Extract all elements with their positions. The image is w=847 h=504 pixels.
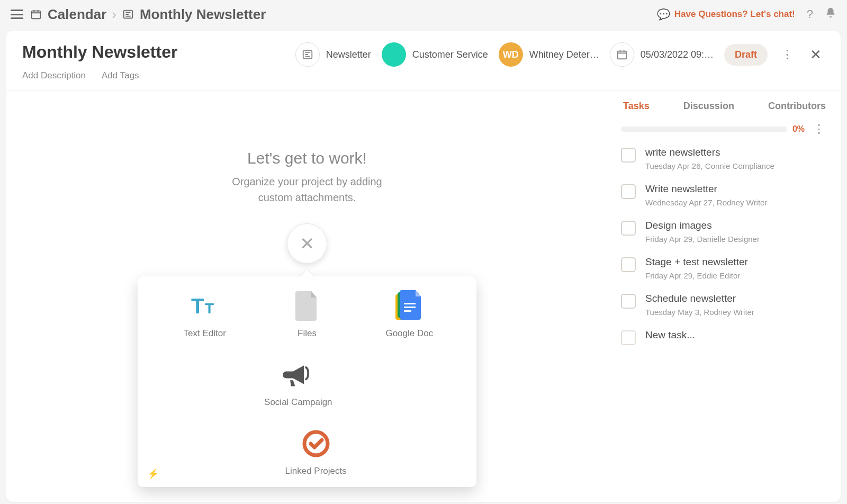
megaphone-icon	[283, 360, 313, 390]
date-chip-icon	[610, 42, 634, 67]
svg-text:T: T	[191, 294, 204, 318]
task-checkbox[interactable]	[621, 330, 636, 345]
project-card: Monthly Newsletter Add Description Add T…	[6, 31, 841, 502]
linked-projects-icon	[301, 429, 331, 458]
task-meta: Tuesday May 3, Rodney Writer	[645, 308, 754, 317]
task-title: write newsletters	[645, 147, 774, 158]
attach-label: Files	[298, 328, 317, 339]
files-icon	[292, 291, 322, 321]
task-meta: Wednesday Apr 27, Rodney Writer	[645, 198, 767, 207]
task-item[interactable]: Write newsletter Wednesday Apr 27, Rodne…	[621, 183, 828, 207]
more-menu-icon[interactable]: ⋮	[778, 48, 796, 61]
lightning-icon[interactable]: ⚡	[147, 468, 159, 480]
newsletter-icon	[122, 8, 134, 21]
card-header: Monthly Newsletter Add Description Add T…	[6, 31, 841, 91]
chat-link-label: Have Questions? Let's chat!	[674, 9, 795, 20]
tab-discussion[interactable]: Discussion	[683, 101, 734, 112]
task-checkbox[interactable]	[621, 257, 636, 272]
task-checkbox[interactable]	[621, 148, 636, 163]
breadcrumb-current[interactable]: Monthly Newsletter	[140, 6, 266, 23]
main-area: Let's get to work! Organize your project…	[6, 91, 608, 502]
attach-label: Linked Projects	[285, 466, 347, 476]
text-editor-icon: TT	[190, 291, 220, 321]
close-icon[interactable]: ✕	[807, 47, 825, 63]
chip-customer-service[interactable]: Customer Service	[382, 42, 488, 67]
attach-label: Social Campaign	[264, 397, 332, 408]
attach-files[interactable]: Files	[265, 291, 349, 339]
svg-rect-8	[404, 303, 416, 304]
status-badge[interactable]: Draft	[724, 44, 768, 66]
attachment-menu: TT Text Editor Files	[138, 276, 476, 487]
breadcrumb: Calendar › Monthly Newsletter	[30, 6, 266, 23]
attach-label: Text Editor	[184, 328, 226, 339]
new-task-placeholder: New task...	[645, 329, 695, 341]
attach-linked-projects[interactable]: Linked Projects	[274, 429, 358, 476]
progress-bar	[621, 127, 787, 132]
sidebar: Tasks Discussion Contributors 0% ⋮ write…	[608, 91, 841, 502]
close-attach-menu-button[interactable]: ✕	[287, 223, 327, 264]
chat-icon: 💬	[657, 8, 670, 21]
task-item[interactable]: Stage + test newsletter Friday Apr 29, E…	[621, 256, 828, 280]
task-title: Schedule newsletter	[645, 293, 754, 304]
task-item[interactable]: Design images Friday Apr 29, Danielle De…	[621, 220, 828, 244]
task-list: write newsletters Tuesday Apr 26, Connie…	[621, 147, 828, 345]
sidebar-tabs: Tasks Discussion Contributors	[621, 101, 828, 118]
task-checkbox[interactable]	[621, 294, 636, 309]
svg-rect-10	[404, 310, 411, 312]
task-meta: Friday Apr 29, Danielle Designer	[645, 235, 760, 244]
attach-label: Google Doc	[385, 328, 433, 339]
calendar-icon	[30, 8, 42, 21]
svg-text:T: T	[205, 300, 214, 317]
page-title: Monthly Newsletter	[22, 42, 177, 62]
attach-social-campaign[interactable]: Social Campaign	[256, 360, 340, 408]
topbar: Calendar › Monthly Newsletter 💬 Have Que…	[0, 0, 847, 29]
task-item[interactable]: Schedule newsletter Tuesday May 3, Rodne…	[621, 293, 828, 317]
hero-title: Let's get to work!	[247, 149, 367, 167]
task-item[interactable]: write newsletters Tuesday Apr 26, Connie…	[621, 147, 828, 170]
chat-link[interactable]: 💬 Have Questions? Let's chat!	[657, 8, 795, 21]
owner-avatar: WD	[499, 42, 523, 67]
breadcrumb-root[interactable]: Calendar	[48, 6, 106, 23]
svg-rect-9	[404, 307, 416, 308]
new-task-input[interactable]: New task...	[621, 329, 828, 345]
chip-label: Whitney Deter…	[529, 49, 599, 60]
hero-subtitle: Organize your project by adding custom a…	[217, 174, 397, 205]
svg-rect-0	[32, 11, 41, 19]
chip-label: 05/03/2022 09:…	[641, 49, 714, 60]
chip-newsletter[interactable]: Newsletter	[295, 42, 371, 67]
attach-google-doc[interactable]: Google Doc	[367, 291, 452, 339]
chevron-right-icon: ›	[112, 6, 116, 23]
tab-tasks[interactable]: Tasks	[623, 101, 650, 112]
task-meta: Friday Apr 29, Eddie Editor	[645, 271, 748, 280]
task-title: Stage + test newsletter	[645, 256, 748, 268]
customer-service-avatar	[382, 42, 406, 67]
newsletter-chip-icon	[295, 42, 320, 67]
task-checkbox[interactable]	[621, 221, 636, 236]
progress-percent: 0%	[792, 124, 805, 134]
hamburger-icon[interactable]	[11, 10, 23, 19]
task-title: Design images	[645, 220, 760, 231]
add-tags-button[interactable]: Add Tags	[102, 70, 139, 81]
topbar-right: 💬 Have Questions? Let's chat! ?	[657, 7, 836, 22]
attach-text-editor[interactable]: TT Text Editor	[163, 291, 247, 339]
task-meta: Tuesday Apr 26, Connie Compliance	[645, 161, 774, 170]
add-description-button[interactable]: Add Description	[22, 70, 86, 81]
chip-label: Customer Service	[412, 49, 488, 60]
tab-contributors[interactable]: Contributors	[768, 101, 826, 112]
task-title: Write newsletter	[645, 183, 767, 195]
chip-date[interactable]: 05/03/2022 09:…	[610, 42, 714, 67]
svg-rect-3	[618, 51, 627, 59]
progress-row: 0% ⋮	[621, 122, 828, 136]
help-icon[interactable]: ?	[807, 7, 813, 21]
tasks-more-icon[interactable]: ⋮	[810, 122, 828, 136]
chip-label: Newsletter	[326, 49, 371, 60]
task-checkbox[interactable]	[621, 184, 636, 199]
chip-owner[interactable]: WD Whitney Deter…	[499, 42, 599, 67]
bell-icon[interactable]	[825, 7, 836, 22]
google-doc-icon	[394, 291, 424, 321]
